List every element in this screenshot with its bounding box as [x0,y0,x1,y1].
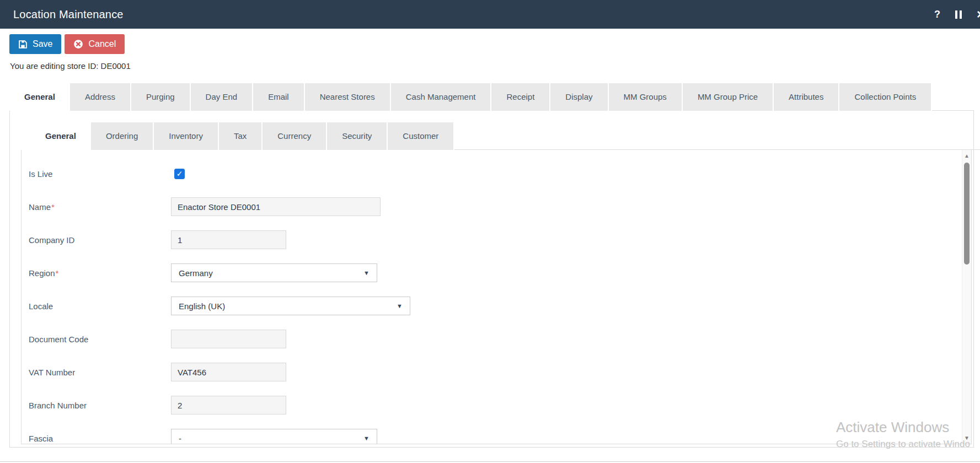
save-button[interactable]: Save [9,34,61,54]
close-icon[interactable]: × [977,8,980,21]
branch-number-input[interactable] [171,396,286,414]
cancel-button[interactable]: Cancel [65,34,125,54]
cancel-button-label: Cancel [88,39,116,49]
general-tab-panel: GeneralOrderingInventoryTaxCurrencySecur… [9,111,974,448]
editing-store-notice: You are editing store ID: DE0001 [10,61,131,71]
tab-cash-management[interactable]: Cash Management [391,83,492,111]
field-row-region: Region*Germany▼ [29,263,971,282]
subtab-security[interactable]: Security [327,122,388,150]
subtab-currency[interactable]: Currency [263,122,327,150]
cancel-x-circle-icon [73,39,83,49]
region-select[interactable]: Germany▼ [171,263,377,282]
locale-selected-value: English (UK) [179,302,392,311]
tab-general[interactable]: General [9,83,70,111]
document-code-input[interactable] [171,330,286,348]
field-row-company-id: Company ID [29,230,971,249]
required-asterisk: * [51,202,55,212]
sub-tabbar: GeneralOrderingInventoryTaxCurrencySecur… [30,122,980,150]
locale-label: Locale [29,302,171,311]
main-tabbar: GeneralAddressPurgingDay EndEmailNearest… [9,83,974,111]
field-row-is-live: Is Live✓ [29,164,971,183]
form-fields: Is Live✓Name*Company IDRegion*Germany▼Lo… [22,150,971,444]
is-live-label: Is Live [29,169,171,179]
scrollbar-thumb[interactable] [964,163,970,265]
help-icon[interactable]: ? [934,9,940,19]
field-row-branch-number: Branch Number [29,396,971,414]
field-row-document-code: Document Code [29,330,971,348]
subtab-inventory[interactable]: Inventory [154,122,219,150]
chevron-down-icon: ▼ [363,435,369,442]
pause-icon[interactable] [955,10,962,19]
sub-tabs: GeneralOrderingInventoryTaxCurrencySecur… [30,122,980,150]
locale-select[interactable]: English (UK)▼ [171,297,410,315]
general-subtab-panel: Is Live✓Name*Company IDRegion*Germany▼Lo… [21,150,972,444]
tab-purging[interactable]: Purging [131,83,191,111]
subtab-customer[interactable]: Customer [388,122,454,150]
company-id-label: Company ID [29,235,171,245]
toolbar: Save Cancel [9,34,125,54]
region-label: Region* [29,268,171,278]
chevron-down-icon: ▼ [363,270,369,276]
scrollbar-down-icon[interactable]: ▼ [962,435,971,441]
tab-email[interactable]: Email [253,83,305,111]
field-row-fascia: Fascia-▼ [29,429,971,444]
region-selected-value: Germany [179,268,359,278]
field-row-locale: LocaleEnglish (UK)▼ [29,297,971,315]
document-code-label: Document Code [29,335,171,344]
subtab-ordering[interactable]: Ordering [91,122,154,150]
main-tabs: GeneralAddressPurgingDay EndEmailNearest… [9,83,974,111]
fascia-selected-value: - [179,434,359,443]
tab-day-end[interactable]: Day End [191,83,254,111]
save-floppy-icon [18,40,28,49]
field-row-vat-number: VAT Number [29,363,971,381]
required-asterisk: * [56,268,59,278]
tab-nearest-stores[interactable]: Nearest Stores [305,83,391,111]
fascia-label: Fascia [29,434,171,443]
is-live-checkbox[interactable]: ✓ [174,169,185,179]
subtab-general[interactable]: General [30,122,91,150]
vertical-scrollbar[interactable]: ▲ ▼ [962,150,971,444]
name-label: Name* [29,202,171,212]
field-row-name: Name* [29,197,971,216]
tab-address[interactable]: Address [70,83,131,111]
tab-mm-group-price[interactable]: MM Group Price [683,83,774,111]
window-title-bar: Location Maintenance ? × [0,0,980,29]
branch-number-label: Branch Number [29,401,171,410]
company-id-input[interactable] [171,230,286,249]
tab-mm-groups[interactable]: MM Groups [609,83,683,111]
vat-number-label: VAT Number [29,368,171,377]
tab-display[interactable]: Display [550,83,608,111]
save-button-label: Save [33,39,52,49]
tab-collection-points[interactable]: Collection Points [839,83,932,111]
tab-receipt[interactable]: Receipt [491,83,550,111]
fascia-select[interactable]: -▼ [171,429,377,444]
name-input[interactable] [171,197,381,216]
chevron-down-icon: ▼ [397,303,403,309]
vat-number-input[interactable] [171,363,286,381]
window-controls: ? × [934,0,977,29]
scrollbar-up-icon[interactable]: ▲ [962,153,971,159]
subtab-tax[interactable]: Tax [219,122,263,150]
page-title: Location Maintenance [13,8,124,21]
tab-attributes[interactable]: Attributes [774,83,839,111]
